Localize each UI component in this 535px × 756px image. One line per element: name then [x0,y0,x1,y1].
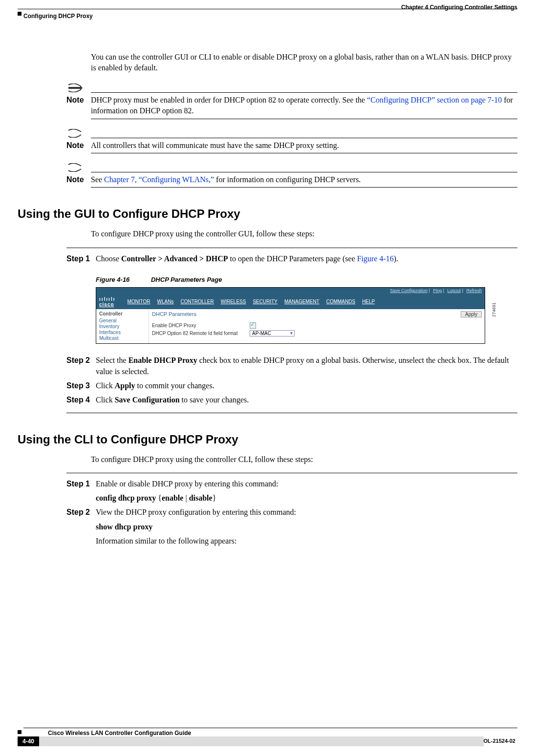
note-icon [66,84,86,92]
figure-caption: Figure 4-16 DHCP Parameters Page [96,276,517,283]
ss-topbar: Save Configuration | Ping | Logout | Ref… [96,288,485,294]
s1-pre: Choose [96,254,121,263]
ss-main: DHCP Parameters Apply Enable DHCP Proxy … [149,309,485,343]
note-2: Note All controllers that will communica… [66,129,517,153]
link-configuring-dhcp[interactable]: “Configuring DHCP” section on page 7-10 [367,96,502,104]
footer-doc-code: OL-21524-02 [484,736,517,746]
header-marker [18,12,21,16]
ss-nav: ıılıılıcisco MONITOR WLANs CONTROLLER WI… [96,294,485,309]
s4-bold: Save Configuration [115,396,180,404]
ss-side-inventory[interactable]: Inventory [99,324,146,329]
header-section: Configuring DHCP Proxy [23,13,93,20]
figure-number: Figure 4-16 [96,276,129,283]
s2-bold: Enable DHCP Proxy [128,356,197,364]
note-1: Note DHCP proxy must be enabled in order… [66,84,517,119]
note1-pre: DHCP proxy must be enabled in order for … [91,96,367,104]
ss-side-interfaces[interactable]: Interfaces [99,330,146,335]
step-2-cli: Step 2 View the DHCP proxy configuration… [66,506,517,546]
s1-mid: to open the DHCP Parameters page (see [228,254,357,263]
note-3: Note See Chapter 7, “Configuring WLANs,”… [66,163,517,188]
note-text: DHCP proxy must be enabled in order for … [91,95,517,117]
s3-pre: Click [96,381,115,390]
ss-link-save-config[interactable]: Save Configuration [390,288,428,293]
footer-page-number: 4-40 [18,736,39,746]
link-chapter-7[interactable]: Chapter 7, “Configuring WLANs,” [104,175,214,184]
ss-link-logout[interactable]: Logout [448,288,461,293]
note-label: Note [66,95,91,105]
ss-field-option82-label: DHCP Option 82 Remote Id field format [152,331,250,336]
ss-link-ping[interactable]: Ping [433,288,442,293]
step-2-gui: Step 2 Select the Enable DHCP Proxy chec… [66,355,517,377]
s3-bold: Apply [115,381,135,390]
ss-select-option82-format[interactable]: AP-MAC [250,330,295,336]
step-4-gui: Step 4 Click Save Configuration to save … [66,394,517,405]
cli-cmd-a: config dhcp proxy [96,494,156,502]
note-icon [66,163,86,172]
cli-cmd-e: disable [189,494,213,502]
cli-s2-after: Information similar to the following app… [96,535,517,546]
s4-pre: Click [96,396,115,404]
ss-apply-button[interactable]: Apply [461,311,482,317]
step-3-gui: Step 3 Click Apply to commit your change… [66,380,517,391]
cli-cmd-c: enable [162,494,183,502]
ss-nav-management[interactable]: MANAGEMENT [284,299,320,304]
note-label: Note [66,174,91,185]
gui-intro: To configure DHCP proxy using the contro… [91,229,517,239]
step-label: Step 2 [66,355,96,377]
ss-checkbox-enable-proxy[interactable] [250,322,256,329]
cli-s2-cmd: show dhcp proxy [96,523,152,531]
cli-cmd-b: { [156,494,162,502]
note-text: All controllers that will communicate mu… [91,140,517,151]
cli-cmd-f: } [213,494,216,502]
footer-marker [18,730,21,734]
footer-book-title: Cisco Wireless LAN Controller Configurat… [48,730,517,736]
intro-paragraph: You can use the controller GUI or CLI to… [91,52,517,74]
cli-s1-text: Enable or disable DHCP proxy by entering… [96,478,517,489]
step-1-gui: Step 1 Choose Controller > Advanced > DH… [66,253,517,264]
figure-title: DHCP Parameters Page [151,276,222,283]
heading-cli: Using the CLI to Configure DHCP Proxy [18,433,517,446]
note-icon [66,129,86,138]
cli-cmd-d: | [183,494,189,502]
s2-pre: Select the [96,356,128,364]
step-label: Step 1 [66,478,96,504]
step-label: Step 2 [66,506,96,546]
cisco-logo: ıılıılıcisco [99,296,115,307]
ss-link-refresh[interactable]: Refresh [466,288,482,293]
ss-nav-wireless[interactable]: WIRELESS [221,299,246,304]
figure-id-code: 274691 [492,302,496,317]
ss-side-general[interactable]: General [99,318,146,323]
ss-nav-commands[interactable]: COMMANDS [326,299,355,304]
note-text: See Chapter 7, “Configuring WLANs,” for … [91,174,517,185]
link-figure-4-16[interactable]: Figure 4-16 [357,254,394,263]
ss-sidebar: Controller General Inventory Interfaces … [96,309,149,343]
ss-side-multicast[interactable]: Multicast [99,336,146,341]
note3-pre: See [91,175,104,184]
page-footer: Cisco Wireless LAN Controller Configurat… [18,728,517,746]
ss-nav-controller[interactable]: CONTROLLER [180,299,214,304]
heading-gui: Using the GUI to Configure DHCP Proxy [18,207,517,221]
ss-nav-security[interactable]: SECURITY [253,299,278,304]
s1-post: ). [394,254,398,263]
step-label: Step 3 [66,380,96,391]
ss-side-title: Controller [99,311,146,316]
step-label: Step 4 [66,394,96,405]
ss-nav-wlans[interactable]: WLANs [157,299,174,304]
step-1-cli: Step 1 Enable or disable DHCP proxy by e… [66,478,517,504]
note3-post: for information on configuring DHCP serv… [214,175,361,184]
ss-nav-monitor[interactable]: MONITOR [127,299,150,304]
ss-main-title: DHCP Parameters [152,311,196,317]
cli-intro: To configure DHCP proxy using the contro… [91,454,517,465]
cli-s2-text: View the DHCP proxy configuration by ent… [96,506,517,518]
s1-bold: Controller > Advanced > DHCP [121,254,228,263]
ss-nav-help[interactable]: HELP [362,299,375,304]
s4-post: to save your changes. [180,396,249,404]
figure-screenshot: Save Configuration | Ping | Logout | Ref… [96,287,485,344]
ss-field-enable-proxy-label: Enable DHCP Proxy [152,323,250,328]
step-label: Step 1 [66,253,96,264]
header-chapter: Chapter 4 Configuring Controller Setting… [401,4,517,11]
note-label: Note [66,140,91,151]
s3-post: to commit your changes. [135,381,214,390]
